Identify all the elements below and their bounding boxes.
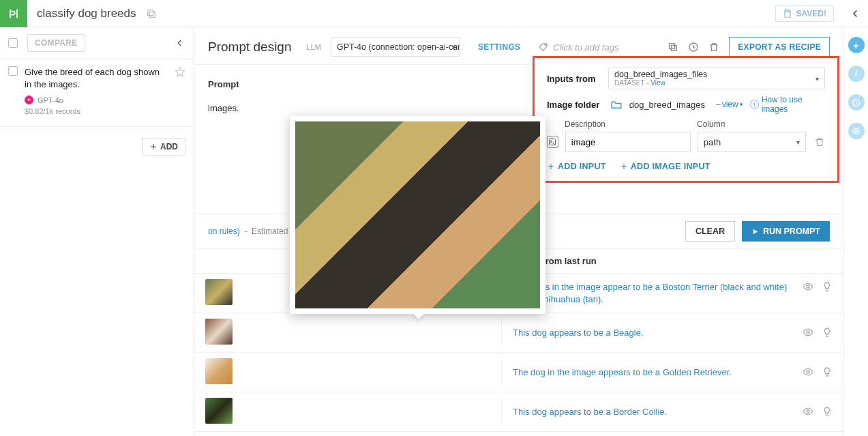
add-image-input-link[interactable]: ADD IMAGE INPUT [620, 162, 710, 171]
svg-rect-5 [670, 44, 675, 49]
svg-rect-0 [149, 12, 155, 17]
folder-icon [610, 98, 623, 111]
row-eye-icon[interactable] [803, 366, 813, 377]
svg-point-12 [807, 370, 809, 373]
svg-rect-4 [672, 45, 677, 50]
description-input[interactable] [565, 132, 691, 152]
copy-prompt-icon[interactable] [668, 42, 678, 53]
page-title: Prompt design [208, 40, 292, 55]
folder-view-link[interactable]: – view ▾ [716, 100, 743, 109]
delete-icon[interactable] [708, 42, 719, 53]
results-col-result: Result from last run [501, 249, 843, 273]
compare-button[interactable]: COMPARE [27, 34, 85, 52]
validation-rules-link[interactable]: on rules) [208, 227, 240, 236]
model-provider-icon: ✦ [25, 96, 33, 104]
svg-point-10 [807, 285, 809, 288]
prompt-item-text: Give the breed of each dog shown in the … [25, 66, 168, 90]
inputs-panel-highlighted: Inputs from dog_breed_images_files DATAS… [533, 56, 839, 183]
column-header: Column [697, 119, 725, 129]
rail-history-icon[interactable] [848, 94, 865, 111]
prompt-section-label: Prompt [208, 79, 239, 89]
row-result-text: The dogs in the image appear to be a Bos… [513, 281, 796, 305]
center-panel: Prompt design LLM GPT-4o (connection: op… [194, 27, 843, 436]
svg-point-11 [807, 331, 809, 334]
svg-point-15 [853, 128, 859, 134]
llm-field-label: LLM [307, 43, 321, 51]
row-thumbnail[interactable] [205, 319, 233, 345]
star-icon[interactable] [175, 66, 185, 77]
inputs-from-label: Inputs from [547, 74, 608, 84]
image-folder-label: Image folder [547, 100, 603, 110]
select-all-checkbox[interactable] [8, 38, 18, 48]
row-eye-icon[interactable] [803, 281, 813, 292]
results-row: This dog appears to be a Beagle. [194, 313, 843, 353]
svg-point-3 [545, 45, 546, 46]
svg-point-13 [807, 410, 809, 413]
llm-select-value: GPT-4o (connection: open-ai-carolin [337, 42, 460, 52]
prompt-item-model: GPT-4o [38, 96, 63, 104]
column-select-value: path [704, 137, 721, 147]
row-thumbnail[interactable] [205, 358, 233, 384]
svg-point-9 [551, 141, 552, 142]
svg-point-16 [855, 130, 857, 132]
row-bulb-icon[interactable] [822, 281, 833, 292]
settings-link[interactable]: SETTINGS [478, 42, 520, 52]
tags-input[interactable]: Click to add tags [538, 42, 618, 53]
how-to-use-images-link[interactable]: i How to use images [750, 95, 825, 114]
inputs-dataset-select[interactable]: dog_breed_images_files DATASET - View ▾ [608, 68, 825, 89]
left-sidebar: COMPARE Give the breed of each dog shown… [0, 27, 194, 436]
row-bulb-icon[interactable] [822, 327, 833, 338]
row-eye-icon[interactable] [803, 406, 813, 417]
results-row: This dog appears to be a Border Collie. [194, 392, 843, 432]
svg-rect-1 [147, 10, 153, 15]
preview-image [295, 121, 540, 308]
dataset-name: dog_breed_images_files [614, 70, 707, 80]
chevron-down-icon: ▾ [796, 139, 800, 146]
right-rail: + i [843, 27, 868, 436]
dataset-subline: DATASET - View [614, 79, 707, 87]
image-icon [547, 136, 558, 148]
saved-badge: SAVED! [775, 5, 834, 22]
add-prompt-label: ADD [160, 142, 178, 151]
remove-input-icon[interactable] [814, 136, 825, 147]
prompt-item-checkbox[interactable] [8, 66, 18, 76]
rail-add-icon[interactable]: + [848, 37, 865, 53]
row-thumbnail[interactable] [205, 279, 233, 305]
export-recipe-button[interactable]: EXPORT AS RECIPE [729, 37, 830, 57]
clear-button[interactable]: CLEAR [685, 221, 735, 242]
image-preview-popover [290, 116, 545, 314]
column-select[interactable]: path ▾ [698, 132, 806, 152]
copy-icon[interactable] [146, 8, 157, 19]
help-icon: i [750, 100, 759, 109]
history-icon[interactable] [688, 42, 699, 53]
header-action-icons: EXPORT AS RECIPE [668, 37, 830, 57]
tags-placeholder: Click to add tags [553, 42, 618, 53]
prompt-item-cost: $0.82/1k records [25, 107, 185, 115]
top-header: classify dog breeds SAVED! [0, 0, 868, 27]
collapse-right-arrow-icon[interactable] [843, 0, 868, 27]
row-bulb-icon[interactable] [822, 406, 833, 417]
rail-info-icon[interactable]: i [848, 66, 865, 82]
saved-label: SAVED! [796, 9, 826, 18]
folder-name: dog_breed_images [629, 100, 705, 110]
llm-select[interactable]: GPT-4o (connection: open-ai-carolin [331, 38, 460, 57]
svg-rect-2 [785, 10, 789, 12]
row-thumbnail[interactable] [205, 398, 233, 424]
run-prompt-button[interactable]: RUN PROMPT [742, 221, 830, 242]
results-row: The dog in the image appears to be a Gol… [194, 353, 843, 392]
row-result-text: The dog in the image appears to be a Gol… [513, 366, 796, 379]
row-result-text: This dog appears to be a Border Collie. [513, 406, 796, 418]
rail-target-icon[interactable] [848, 123, 865, 139]
description-header: Description [565, 119, 690, 129]
chevron-down-icon: ▾ [815, 75, 819, 83]
sidebar-collapse-icon[interactable] [175, 38, 185, 48]
add-prompt-button[interactable]: ADD [142, 138, 185, 156]
prompt-list-item[interactable]: Give the breed of each dog shown in the … [0, 59, 194, 127]
row-result-text: This dog appears to be a Beagle. [513, 327, 796, 339]
add-input-link[interactable]: ADD INPUT [547, 162, 606, 171]
document-title: classify dog breeds [37, 7, 136, 20]
app-logo [0, 0, 27, 27]
row-bulb-icon[interactable] [822, 366, 833, 377]
row-eye-icon[interactable] [803, 327, 813, 338]
